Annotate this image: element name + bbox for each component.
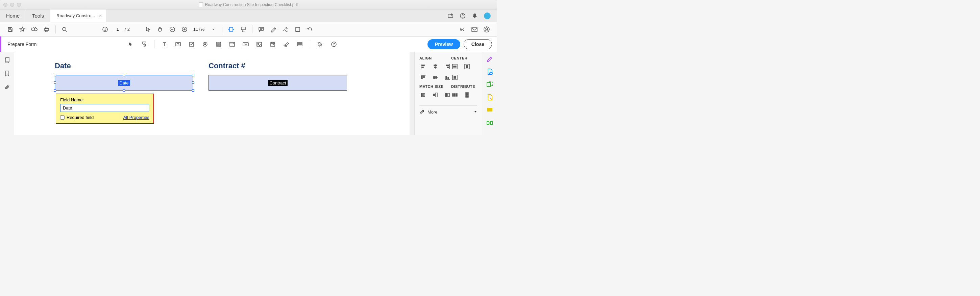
edit-form-icon[interactable] [138, 39, 150, 50]
document-canvas[interactable]: Date Date Contract # Contract [14, 52, 410, 135]
star-icon[interactable] [17, 24, 28, 35]
match-section-title: MATCH SIZE [419, 84, 451, 89]
save-icon[interactable] [5, 24, 16, 35]
center-vertical-icon[interactable] [463, 63, 471, 70]
align-bottom-icon[interactable] [444, 74, 451, 81]
create-pdf-tool-icon[interactable] [485, 68, 494, 76]
match-width-icon[interactable] [419, 91, 427, 99]
fit-page-icon[interactable] [238, 24, 249, 35]
center-both-icon[interactable] [451, 74, 458, 81]
draw-icon[interactable] [280, 24, 291, 35]
text-box-icon[interactable] [173, 39, 183, 50]
required-field-checkbox[interactable]: Required field [60, 115, 94, 120]
tab-document[interactable]: Roadway Constru... × [50, 10, 106, 22]
preview-button[interactable]: Preview [428, 39, 460, 49]
edit-pdf-tool-icon[interactable] [485, 55, 494, 63]
align-right-icon[interactable] [444, 63, 451, 70]
highlight-icon[interactable] [268, 24, 279, 35]
resize-handle[interactable] [54, 89, 56, 92]
select-tool-icon[interactable] [125, 39, 136, 50]
align-left-icon[interactable] [419, 63, 427, 70]
svg-rect-32 [6, 57, 9, 62]
page-number-input[interactable] [113, 27, 123, 32]
zoom-in-icon[interactable] [179, 24, 190, 35]
tab-tools[interactable]: Tools [26, 10, 50, 22]
contract-form-field[interactable]: Contract [208, 75, 347, 91]
signature-field-icon[interactable] [281, 39, 292, 50]
center-horizontal-icon[interactable] [451, 63, 458, 70]
svg-rect-42 [436, 76, 437, 78]
date-field-icon[interactable] [267, 39, 278, 50]
text-field-icon[interactable] [159, 39, 170, 50]
distribute-h-icon[interactable] [451, 91, 458, 99]
form-tool-title: Prepare Form [8, 41, 37, 47]
zoom-out-icon[interactable] [167, 24, 178, 35]
more-dropdown[interactable]: More [419, 109, 477, 115]
svg-rect-62 [466, 96, 468, 97]
cloud-upload-icon[interactable] [29, 24, 40, 35]
resize-handle[interactable] [192, 74, 194, 76]
vertical-scrollbar[interactable] [410, 52, 414, 135]
resize-handle[interactable] [192, 89, 194, 92]
link-icon[interactable] [457, 24, 468, 35]
bookmark-panel-icon[interactable] [5, 70, 10, 77]
page-separator: / [125, 27, 126, 32]
match-height-icon[interactable] [431, 91, 439, 99]
resize-handle[interactable] [123, 89, 125, 92]
undo-icon[interactable] [304, 24, 315, 35]
close-window-button[interactable] [3, 3, 8, 7]
attachment-panel-icon[interactable] [4, 84, 10, 91]
svg-rect-6 [45, 30, 48, 32]
radio-icon[interactable] [200, 39, 210, 50]
checkbox-icon[interactable] [186, 39, 197, 50]
resize-handle[interactable] [123, 74, 125, 76]
email-icon[interactable] [469, 24, 480, 35]
match-both-icon[interactable] [444, 91, 451, 99]
resize-handle[interactable] [54, 74, 56, 76]
tab-home[interactable]: Home [0, 10, 26, 22]
zoom-dropdown-icon[interactable] [208, 24, 219, 35]
comment-icon[interactable] [256, 24, 267, 35]
align-center-h-icon[interactable] [431, 63, 439, 70]
comment-tool-icon[interactable] [485, 106, 494, 114]
image-field-icon[interactable] [254, 39, 265, 50]
organize-tool-icon[interactable] [485, 119, 494, 127]
share-device-icon[interactable] [447, 13, 453, 19]
date-form-field[interactable]: Date [55, 75, 193, 91]
fit-width-icon[interactable] [226, 24, 237, 35]
notifications-icon[interactable] [472, 13, 478, 19]
svg-rect-61 [466, 95, 468, 95]
required-checkbox-input[interactable] [60, 115, 65, 119]
help-icon[interactable] [460, 13, 466, 19]
button-icon[interactable]: OK [240, 39, 251, 50]
resize-handle[interactable] [192, 81, 194, 84]
search-icon[interactable] [59, 24, 70, 35]
list-box-icon[interactable] [213, 39, 224, 50]
svg-rect-13 [259, 27, 264, 30]
close-button[interactable]: Close [464, 39, 492, 49]
combine-tool-icon[interactable] [485, 80, 494, 89]
pin-icon[interactable] [315, 39, 326, 50]
barcode-icon[interactable] [294, 39, 305, 50]
maximize-window-button[interactable] [17, 3, 21, 7]
pages-panel-icon[interactable] [4, 57, 10, 64]
dropdown-icon[interactable] [227, 39, 237, 50]
erase-icon[interactable] [292, 24, 303, 35]
zoom-level[interactable]: 117% [191, 27, 207, 32]
field-name-input[interactable] [60, 104, 150, 112]
minimize-window-button[interactable] [10, 3, 14, 7]
selection-arrow-icon[interactable] [143, 24, 153, 35]
close-tab-icon[interactable]: × [99, 13, 102, 19]
form-help-icon[interactable] [328, 39, 339, 50]
align-center-v-icon[interactable] [431, 74, 439, 81]
print-icon[interactable] [41, 24, 52, 35]
align-top-icon[interactable] [419, 74, 427, 81]
all-properties-link[interactable]: All Properties [123, 115, 150, 120]
user-avatar[interactable] [484, 13, 491, 19]
account-icon[interactable] [481, 24, 492, 35]
page-down-icon[interactable] [100, 24, 110, 35]
export-tool-icon[interactable] [485, 93, 494, 101]
hand-pan-icon[interactable] [155, 24, 165, 35]
resize-handle[interactable] [54, 81, 56, 84]
distribute-v-icon[interactable] [463, 91, 471, 99]
